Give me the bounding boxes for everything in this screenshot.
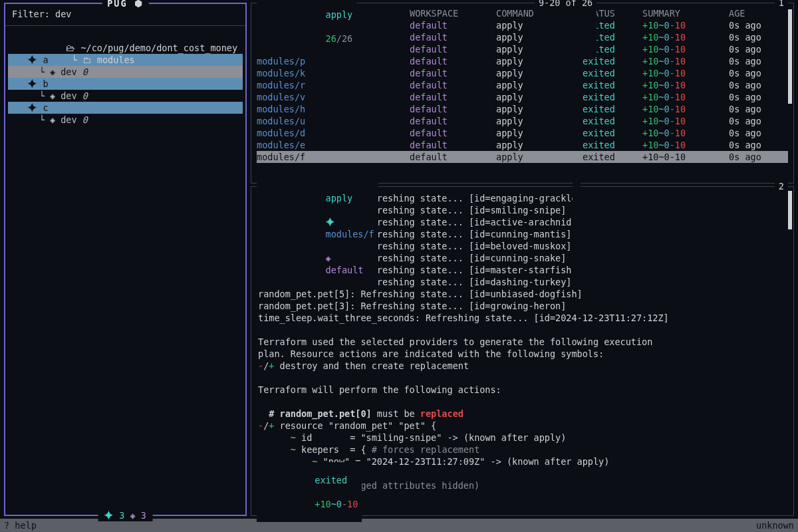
log-line: random_pet.pet[2]: Refreshing state... [… xyxy=(258,276,787,288)
scrollbar-thumb[interactable] xyxy=(788,9,792,104)
status-right: unknown xyxy=(756,519,794,531)
node-icon: ⯌ xyxy=(28,102,37,114)
log-line: plan. Resource actions are indicated wit… xyxy=(258,348,787,360)
table-header: MODULE WORKSPACE COMMAND STATUS SUMMARY … xyxy=(257,7,788,19)
folder-icon: 🗀 xyxy=(82,55,97,65)
table-row[interactable]: modules/udefaultapplyexited+10~0-100s ag… xyxy=(257,115,788,127)
table-row[interactable]: modules/mdefaultapplyexited+10~0-100s ag… xyxy=(257,43,788,55)
log-line: random_pet.pet[5]: Refreshing state... [… xyxy=(258,288,787,300)
node-icon: ◈ xyxy=(50,66,55,78)
log-line: ~ keepers = { # forces replacement xyxy=(258,444,787,456)
main-area: PUG ⬢ Filter: dev 🗁 ~/co/pug/demo/dont_c… xyxy=(0,0,798,519)
filter-value: dev xyxy=(55,9,71,19)
log-line: time_sleep.wait_three_seconds: Refreshin… xyxy=(258,312,787,324)
tasks-table[interactable]: MODULE WORKSPACE COMMAND STATUS SUMMARY … xyxy=(251,6,793,163)
tree-item[interactable]: └ ◈ dev 0 xyxy=(8,66,243,78)
table-row[interactable]: modules/vdefaultapplyexited+10~0-100s ag… xyxy=(257,91,788,103)
log-line: Terraform used the selected providers to… xyxy=(258,336,787,348)
paw-icon: ⬢ xyxy=(134,0,144,9)
node-icon: ◈ xyxy=(50,114,55,126)
filter-label: Filter: xyxy=(12,9,50,19)
detail-footer: exited +10~0-10 xyxy=(257,462,362,522)
log-line: random_pet.pet[6]: Refreshing state... [… xyxy=(258,216,787,228)
log-line xyxy=(258,324,787,336)
scrollbar-thumb[interactable] xyxy=(788,191,792,229)
log-line: random_pet.pet[1]: Refreshing state... [… xyxy=(258,252,787,264)
tree-root[interactable]: 🗁 ~/co/pug/demo/dont_cost_money xyxy=(8,30,243,42)
log-line: ~ id = "smiling-snipe" -> (known after a… xyxy=(258,432,787,444)
log-line: random_pet.pet[0]: Refreshing state... [… xyxy=(258,204,787,216)
workspace-icon: ◈ xyxy=(130,510,136,521)
log-line: -/+ resource "random_pet" "pet" { xyxy=(258,420,787,432)
detail-pane: apply ⯌ modules/f ◈ default 2 random_pet… xyxy=(251,186,794,516)
table-row[interactable]: modules/hdefaultapplyexited+10~0-100s ag… xyxy=(257,103,788,115)
tree-item[interactable]: ⯌ c xyxy=(8,102,243,114)
modules-icon: ⯌ xyxy=(104,510,114,521)
sidebar: PUG ⬢ Filter: dev 🗁 ~/co/pug/demo/dont_c… xyxy=(4,3,247,516)
table-row[interactable]: modules/ldefaultapplyexited+10~0-100s ag… xyxy=(257,19,788,31)
node-icon: ⯌ xyxy=(28,78,37,90)
app-root: PUG ⬢ Filter: dev 🗁 ~/co/pug/demo/dont_c… xyxy=(0,0,798,532)
log-line xyxy=(258,396,787,408)
log-line: -/+ destroy and then create replacement xyxy=(258,360,787,372)
log-line: Terraform will perform the following act… xyxy=(258,384,787,396)
tree-item[interactable]: ⯌ b xyxy=(8,78,243,90)
node-icon: ⯌ xyxy=(28,54,37,66)
log-line: random_pet.pet[4]: Refreshing state... [… xyxy=(258,192,787,204)
tree-item[interactable]: └ ◈ dev 0 xyxy=(8,90,243,102)
scrollbar[interactable] xyxy=(788,7,792,179)
right-column: apply 26/26 9-20 of 26 1 MODULE WORKSPAC… xyxy=(249,0,798,519)
folder-icon: 🗁 xyxy=(66,43,80,53)
table-row[interactable]: modules/ddefaultapplyexited+10~0-100s ag… xyxy=(257,127,788,139)
node-icon: ◈ xyxy=(50,90,55,102)
tree-item[interactable]: └ ◈ dev 0 xyxy=(8,114,243,126)
log-line: random_pet.pet[9]: Refreshing state... [… xyxy=(258,240,787,252)
table-row[interactable]: modules/rdefaultapplyexited+10~0-100s ag… xyxy=(257,79,788,91)
terraform-output[interactable]: random_pet.pet[4]: Refreshing state... [… xyxy=(251,190,793,491)
table-row[interactable]: modules/edefaultapplyexited+10~0-100s ag… xyxy=(257,139,788,151)
table-row[interactable]: modules/kdefaultapplyexited+10~0-100s ag… xyxy=(257,67,788,79)
scrollbar[interactable] xyxy=(788,191,792,511)
divider xyxy=(5,25,245,26)
table-row[interactable]: modules/fdefaultapplyexited+10~0-100s ag… xyxy=(257,151,788,163)
table-row[interactable]: modules/pdefaultapplyexited+10~0-100s ag… xyxy=(257,55,788,67)
help-hint[interactable]: ? help xyxy=(4,519,37,531)
sidebar-footer: ⯌ 3 ◈ 3 xyxy=(98,509,153,521)
log-line: random_pet.pet[8]: Refreshing state... [… xyxy=(258,264,787,276)
log-line: random_pet.pet[3]: Refreshing state... [… xyxy=(258,300,787,312)
app-title: PUG ⬢ xyxy=(102,0,149,9)
log-line xyxy=(258,372,787,384)
log-line: random_pet.pet[7]: Refreshing state... [… xyxy=(258,228,787,240)
log-line: # random_pet.pet[0] must be replaced xyxy=(258,408,787,420)
table-row[interactable]: modules/idefaultapplyexited+10~0-100s ag… xyxy=(257,31,788,43)
tasks-pane: apply 26/26 9-20 of 26 1 MODULE WORKSPAC… xyxy=(251,3,794,184)
module-tree[interactable]: 🗁 ~/co/pug/demo/dont_cost_money └ 🗀 modu… xyxy=(5,30,245,126)
